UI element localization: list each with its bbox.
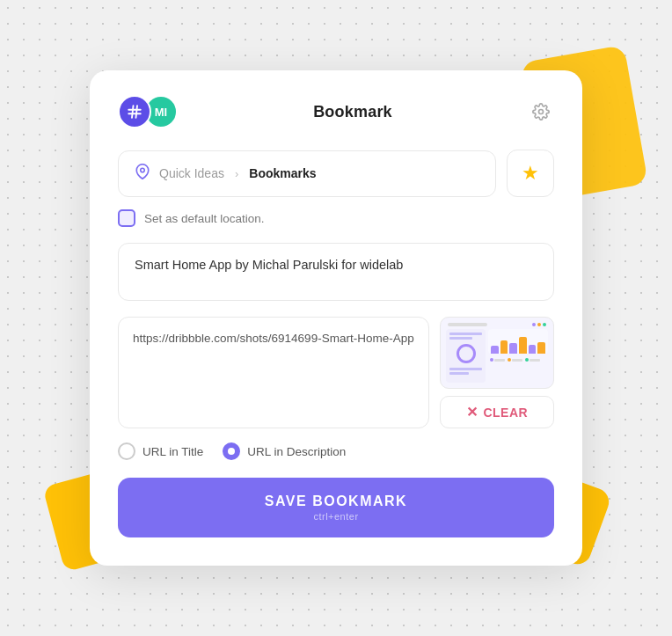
avatar-hash	[118, 95, 151, 128]
default-location-row: Set as default location.	[118, 209, 554, 227]
clear-label: CLEAR	[483, 406, 528, 420]
radio-row: URL in Title URL in Description	[118, 442, 554, 460]
url-input-wrapper	[118, 317, 429, 428]
svg-point-0	[538, 110, 543, 114]
page-title: Bookmark	[313, 103, 392, 121]
radio-url-title[interactable]: URL in Title	[118, 442, 203, 460]
bookmark-card: MI Bookmark Quick Ideas › Bookmarks ★	[90, 70, 582, 566]
breadcrumb-arrow: ›	[235, 167, 238, 180]
avatars-group: MI	[118, 95, 178, 128]
radio-label-url-title: URL in Title	[142, 445, 203, 458]
url-section: ✕ CLEAR	[118, 317, 554, 428]
radio-circle-url-description	[223, 442, 240, 460]
radio-inner-dot	[228, 448, 235, 455]
clear-x-icon: ✕	[466, 404, 478, 420]
url-thumbnail	[440, 317, 554, 389]
svg-point-1	[141, 168, 145, 172]
save-button-label: SAVE BOOKMARK	[265, 493, 407, 509]
save-bookmark-button[interactable]: SAVE BOOKMARK ctrl+enter	[118, 478, 554, 537]
url-preview-column: ✕ CLEAR	[440, 317, 554, 428]
radio-url-description[interactable]: URL in Description	[223, 442, 346, 460]
radio-label-url-description: URL in Description	[247, 445, 346, 458]
location-row: Quick Ideas › Bookmarks ★	[118, 150, 554, 197]
default-location-label: Set as default location.	[144, 212, 265, 225]
title-input[interactable]	[118, 243, 554, 301]
settings-button[interactable]	[528, 99, 554, 125]
url-input[interactable]	[133, 330, 414, 384]
radio-circle-url-title	[118, 442, 135, 460]
card-header: MI Bookmark	[118, 95, 554, 128]
mini-dashboard	[441, 318, 553, 388]
breadcrumb-quick-ideas: Quick Ideas	[159, 166, 224, 180]
clear-button[interactable]: ✕ CLEAR	[440, 396, 554, 428]
breadcrumb-bookmarks: Bookmarks	[249, 166, 316, 180]
location-breadcrumb[interactable]: Quick Ideas › Bookmarks	[118, 150, 496, 197]
location-icon	[135, 164, 150, 184]
favorite-button[interactable]: ★	[507, 150, 554, 197]
save-button-hint: ctrl+enter	[313, 511, 358, 522]
star-icon: ★	[522, 162, 539, 185]
default-location-checkbox[interactable]	[118, 209, 135, 227]
